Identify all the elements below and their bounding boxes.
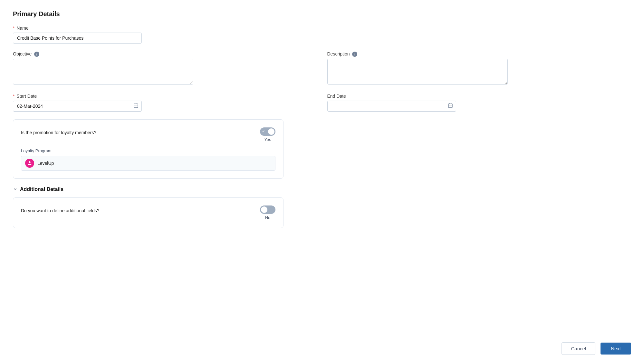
loyalty-question: Is the promotion for loyalty members? (21, 127, 96, 135)
loyalty-toggle-container: ✓ Yes (260, 127, 275, 142)
cancel-button[interactable]: Cancel (562, 342, 595, 355)
description-label: Description i (327, 51, 631, 57)
end-date-calendar-icon[interactable] (448, 103, 453, 109)
footer: Cancel Next (0, 337, 644, 360)
additional-fields-toggle-label: No (265, 215, 271, 220)
additional-fields-toggle-row: Do you want to define additional fields?… (21, 205, 275, 220)
loyalty-toggle-label: Yes (264, 137, 271, 142)
objective-field-group: Objective i (13, 51, 317, 86)
additional-fields-card: Do you want to define additional fields?… (13, 197, 284, 228)
loyalty-program-name: LevelUp (37, 161, 54, 166)
name-field-group: * Name (13, 25, 631, 44)
next-button[interactable]: Next (601, 343, 631, 355)
name-input[interactable] (13, 33, 142, 44)
svg-rect-0 (134, 104, 138, 108)
loyalty-members-card: Is the promotion for loyalty members? ✓ … (13, 119, 284, 179)
loyalty-toggle[interactable]: ✓ (260, 127, 275, 136)
additional-fields-toggle-container: No (260, 205, 275, 220)
loyalty-toggle-slider: ✓ (260, 127, 275, 136)
start-date-wrapper (13, 101, 142, 112)
objective-input[interactable] (13, 59, 193, 85)
additional-details-header[interactable]: Additional Details (13, 186, 631, 192)
svg-point-8 (29, 161, 30, 163)
end-date-label: End Date (327, 94, 631, 99)
start-date-input[interactable] (13, 101, 142, 112)
start-date-field-group: * Start Date (13, 94, 317, 112)
end-date-field-group: End Date (327, 94, 631, 112)
description-info-icon[interactable]: i (352, 52, 357, 57)
start-date-calendar-icon[interactable] (133, 103, 139, 109)
primary-details-title: Primary Details (13, 10, 631, 18)
name-label: * Name (13, 25, 631, 31)
loyalty-program-input[interactable]: LevelUp (21, 156, 275, 171)
start-date-required-star: * (13, 94, 14, 99)
objective-info-icon[interactable]: i (34, 52, 39, 57)
additional-details-title: Additional Details (20, 186, 63, 192)
svg-rect-4 (448, 104, 452, 108)
loyalty-toggle-row: Is the promotion for loyalty members? ✓ … (21, 127, 275, 142)
additional-fields-toggle[interactable] (260, 205, 275, 214)
additional-fields-toggle-slider (260, 205, 275, 214)
description-input[interactable] (327, 59, 508, 85)
end-date-input[interactable] (327, 101, 456, 112)
end-date-wrapper (327, 101, 456, 112)
start-date-label: * Start Date (13, 94, 317, 99)
dates-row: * Start Date End Date (13, 94, 631, 119)
additional-fields-question: Do you want to define additional fields? (21, 205, 100, 213)
name-required-star: * (13, 25, 14, 31)
objective-description-row: Objective i Description i (13, 51, 631, 94)
objective-label: Objective i (13, 51, 317, 57)
loyalty-program-section: Loyalty Program LevelUp (21, 148, 275, 171)
loyalty-program-label: Loyalty Program (21, 148, 275, 153)
additional-details-chevron-icon (13, 187, 17, 192)
loyalty-program-icon (25, 159, 34, 168)
description-field-group: Description i (327, 51, 631, 86)
